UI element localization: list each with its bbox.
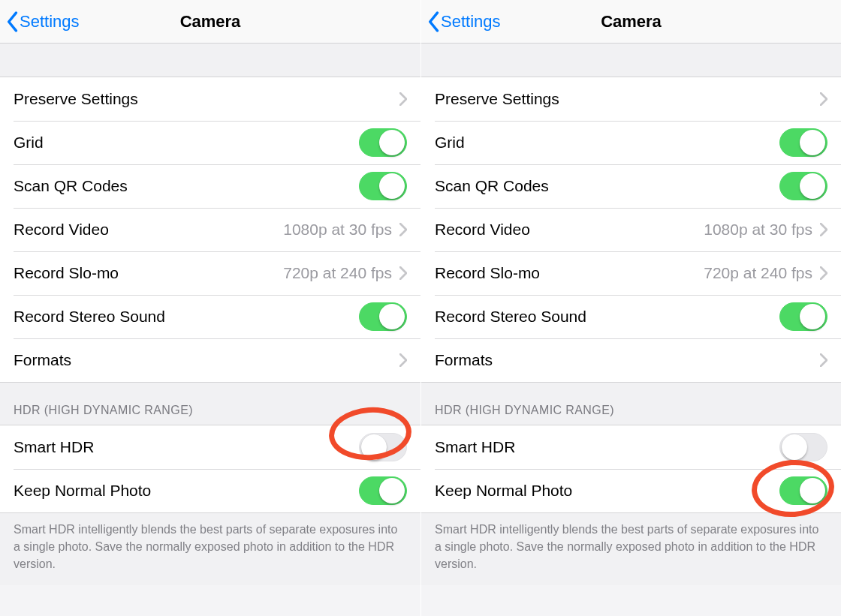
- settings-row[interactable]: Record Video1080p at 30 fps: [421, 208, 841, 251]
- row-value: 720p at 240 fps: [283, 264, 392, 282]
- settings-row[interactable]: Record Stereo Sound: [0, 295, 420, 338]
- scan-qr-codes-toggle[interactable]: [779, 172, 827, 200]
- row-label: Scan QR Codes: [14, 177, 359, 195]
- row-value: 720p at 240 fps: [704, 264, 812, 282]
- chevron-right-icon: [399, 353, 407, 367]
- settings-row[interactable]: Record Stereo Sound: [421, 295, 841, 338]
- chevron-left-icon: [6, 11, 18, 32]
- settings-row[interactable]: Record Video1080p at 30 fps: [0, 208, 420, 251]
- chevron-right-icon: [399, 266, 407, 280]
- settings-row[interactable]: Scan QR Codes: [421, 164, 841, 208]
- row-label: Smart HDR: [435, 438, 779, 456]
- settings-row[interactable]: Formats: [0, 338, 420, 382]
- settings-row[interactable]: Smart HDR: [421, 425, 841, 469]
- row-label: Record Slo-mo: [435, 264, 704, 282]
- settings-row[interactable]: Keep Normal Photo: [0, 469, 420, 512]
- record-stereo-sound-toggle[interactable]: [779, 302, 827, 331]
- settings-row[interactable]: Preserve Settings: [0, 77, 420, 121]
- section-footer-hdr: Smart HDR intelligently blends the best …: [0, 513, 420, 585]
- smart-hdr-toggle[interactable]: [779, 433, 827, 461]
- settings-row[interactable]: Keep Normal Photo: [421, 469, 841, 512]
- smart-hdr-toggle[interactable]: [359, 433, 407, 461]
- row-value: 1080p at 30 fps: [704, 221, 812, 239]
- row-label: Record Stereo Sound: [14, 308, 359, 326]
- row-label: Record Video: [14, 221, 283, 239]
- keep-normal-photo-toggle[interactable]: [779, 476, 827, 505]
- keep-normal-photo-toggle[interactable]: [359, 476, 407, 505]
- settings-group-hdr: Smart HDRKeep Normal Photo: [421, 425, 841, 513]
- grid-toggle[interactable]: [359, 128, 407, 157]
- record-stereo-sound-toggle[interactable]: [359, 302, 407, 331]
- settings-row[interactable]: Record Slo-mo720p at 240 fps: [421, 251, 841, 295]
- row-label: Formats: [435, 351, 820, 369]
- settings-row[interactable]: Record Slo-mo720p at 240 fps: [0, 251, 420, 295]
- row-label: Preserve Settings: [435, 90, 820, 108]
- section-header-hdr: HDR (HIGH DYNAMIC RANGE): [421, 383, 841, 425]
- row-label: Smart HDR: [14, 438, 359, 456]
- row-label: Record Stereo Sound: [435, 308, 779, 326]
- navbar: SettingsCamera: [421, 0, 841, 44]
- row-label: Record Video: [435, 221, 704, 239]
- navbar: SettingsCamera: [0, 0, 420, 44]
- back-label: Settings: [441, 12, 501, 32]
- row-label: Formats: [14, 351, 399, 369]
- row-label: Record Slo-mo: [14, 264, 283, 282]
- row-label: Scan QR Codes: [435, 177, 779, 195]
- row-label: Grid: [14, 134, 359, 152]
- row-label: Grid: [435, 134, 779, 152]
- settings-group-main: Preserve SettingsGridScan QR CodesRecord…: [0, 77, 420, 383]
- chevron-right-icon: [820, 92, 827, 106]
- chevron-left-icon: [427, 11, 439, 32]
- settings-group-main: Preserve SettingsGridScan QR CodesRecord…: [421, 77, 841, 383]
- scan-qr-codes-toggle[interactable]: [359, 172, 407, 200]
- row-value: 1080p at 30 fps: [283, 221, 392, 239]
- settings-row[interactable]: Formats: [421, 338, 841, 382]
- row-label: Keep Normal Photo: [435, 482, 779, 500]
- settings-row[interactable]: Preserve Settings: [421, 77, 841, 121]
- settings-row[interactable]: Grid: [0, 121, 420, 164]
- section-header-hdr: HDR (HIGH DYNAMIC RANGE): [0, 383, 420, 425]
- settings-group-hdr: Smart HDRKeep Normal Photo: [0, 425, 420, 513]
- section-footer-hdr: Smart HDR intelligently blends the best …: [421, 513, 841, 585]
- settings-row[interactable]: Grid: [421, 121, 841, 164]
- back-button[interactable]: Settings: [0, 11, 80, 32]
- back-button[interactable]: Settings: [421, 11, 501, 32]
- settings-row[interactable]: Scan QR Codes: [0, 164, 420, 208]
- back-label: Settings: [20, 12, 80, 32]
- row-label: Preserve Settings: [14, 90, 399, 108]
- row-label: Keep Normal Photo: [14, 482, 359, 500]
- settings-row[interactable]: Smart HDR: [0, 425, 420, 469]
- chevron-right-icon: [820, 353, 827, 367]
- chevron-right-icon: [820, 266, 827, 280]
- grid-toggle[interactable]: [779, 128, 827, 157]
- chevron-right-icon: [399, 92, 407, 106]
- chevron-right-icon: [399, 223, 407, 236]
- chevron-right-icon: [820, 223, 827, 236]
